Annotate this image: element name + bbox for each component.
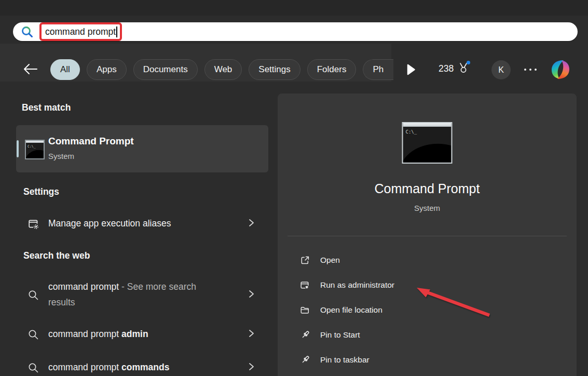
web-suggestion-see-more[interactable]: command prompt - See more search results — [16, 276, 268, 314]
tab-web[interactable]: Web — [204, 59, 242, 80]
search-bar[interactable]: command prompt — [13, 22, 578, 41]
suggestion-text: command prompt admin — [48, 327, 148, 342]
tab-photos-truncated[interactable]: Ph — [363, 59, 393, 80]
back-arrow-icon — [23, 63, 38, 75]
rewards-badge[interactable]: 238 — [439, 61, 470, 76]
app-execution-alias-icon — [27, 218, 39, 230]
chevron-right-icon — [248, 290, 255, 298]
top-strip — [0, 0, 588, 16]
ellipsis-icon — [521, 62, 540, 77]
selection-indicator — [17, 140, 19, 157]
search-web-heading: Search the web — [23, 250, 90, 261]
command-prompt-icon: C:\_ — [25, 140, 45, 159]
search-input-text[interactable]: command prompt — [45, 26, 116, 37]
best-match-item[interactable]: C:\_ Command Prompt System — [16, 125, 268, 172]
search-suggestion-icon — [28, 329, 39, 341]
preview-panel: C:\_ Command Prompt System Open — [278, 93, 577, 376]
tab-apps[interactable]: Apps — [87, 59, 127, 80]
avatar-initial: K — [498, 65, 504, 75]
chevron-right-icon — [248, 219, 255, 227]
settings-result-label: Manage app execution aliases — [48, 216, 171, 232]
copilot-icon[interactable] — [550, 59, 571, 80]
search-icon — [21, 25, 34, 38]
settings-section-heading: Settings — [23, 186, 59, 197]
play-button[interactable] — [406, 63, 416, 77]
pin-icon — [299, 330, 310, 341]
pin-icon — [299, 355, 310, 366]
search-query-highlight-box: command prompt — [39, 22, 122, 41]
folder-icon — [299, 305, 310, 316]
tab-documents[interactable]: Documents — [133, 59, 198, 80]
tab-all[interactable]: All — [50, 59, 80, 80]
action-pin-to-taskbar[interactable]: Pin to taskbar — [278, 347, 577, 372]
rewards-count: 238 — [439, 63, 454, 74]
best-match-title: Command Prompt — [48, 136, 134, 147]
web-suggestion-commands[interactable]: command prompt commands — [16, 354, 268, 376]
text-caret — [116, 26, 117, 37]
action-pin-to-start[interactable]: Pin to Start — [278, 323, 577, 347]
back-button[interactable] — [23, 63, 38, 76]
window-controls — [442, 124, 450, 126]
best-match-heading: Best match — [22, 102, 71, 113]
preview-title: Command Prompt — [278, 181, 577, 196]
tab-folders[interactable]: Folders — [307, 59, 357, 80]
divider — [288, 236, 567, 236]
more-options-button[interactable] — [521, 62, 540, 77]
user-avatar[interactable]: K — [491, 60, 511, 79]
tab-photos-truncated-clip: Ph — [363, 59, 393, 80]
windows-search-flyout: command prompt All Apps Documents Web Se… — [0, 0, 588, 376]
annotation-arrow — [412, 284, 495, 320]
settings-result-manage-aliases[interactable]: Manage app execution aliases — [16, 210, 268, 237]
action-open[interactable]: Open — [278, 248, 577, 273]
play-icon — [406, 63, 416, 76]
suggestion-text: command prompt - See more search results — [48, 279, 223, 311]
web-suggestion-admin[interactable]: command prompt admin — [16, 321, 268, 348]
search-suggestion-icon — [28, 289, 39, 301]
command-prompt-icon-large: C:\_ — [402, 122, 453, 164]
search-suggestion-icon — [28, 362, 39, 374]
preview-subtitle: System — [278, 204, 577, 212]
chevron-right-icon — [248, 329, 255, 338]
tab-settings[interactable]: Settings — [249, 59, 300, 80]
run-as-admin-icon — [299, 280, 310, 291]
open-icon — [299, 255, 310, 266]
best-match-subtitle: System — [48, 152, 134, 160]
search-filter-tabs: All Apps Documents Web Settings Folders … — [50, 59, 393, 80]
chevron-right-icon — [248, 362, 255, 371]
suggestion-text: command prompt commands — [48, 360, 169, 375]
